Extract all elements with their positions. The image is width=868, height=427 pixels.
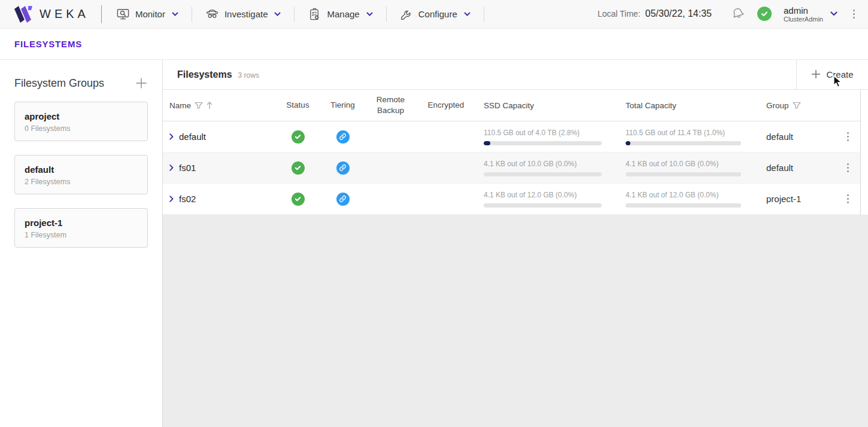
filesystems-table: Name Status Tiering Remote Backup Encryp… [163,90,860,215]
page-title-band: FILESYSTEMS [0,29,868,60]
user-texts: admin ClusterAdmin [784,5,823,23]
column-label: Total Capacity [626,101,676,110]
notifications-button[interactable] [731,6,745,22]
total-capacity-text: 4.1 KB out of 12.0 GB (0.0%) [626,191,741,199]
group-filesystem-count: 0 Filesystems [25,124,138,133]
row-actions-cell [835,161,860,175]
filter-icon[interactable] [793,102,801,109]
group-cell: default [760,163,835,173]
chevron-down-icon [366,12,373,16]
group-card-aproject[interactable]: aproject 0 Filesystems [14,102,148,141]
column-header-name[interactable]: Name [163,101,275,110]
nav-item-label: Investigate [224,9,268,19]
filter-icon[interactable] [195,102,203,109]
group-filesystem-count: 1 Filesystem [25,231,138,239]
total-capacity-cell: 4.1 KB out of 10.0 GB (0.0%) [620,160,760,176]
column-label: Status [286,100,309,109]
column-label: Name [169,101,191,110]
column-header-tiering[interactable]: Tiering [320,100,365,111]
total-capacity-bar [626,172,741,176]
column-header-encrypted[interactable]: Encrypted [416,100,476,111]
status-cell [275,193,320,206]
nav-item-monitor[interactable]: Monitor [114,7,181,21]
row-menu-button[interactable] [843,130,852,144]
bell-icon [731,6,745,22]
nav-divider [294,7,295,22]
overflow-menu-button[interactable] [849,7,858,21]
ssd-capacity-cell: 110.5 GB out of 4.0 TB (2.8%) [476,129,620,145]
panel-title: Filesystems [177,69,232,80]
column-header-total-capacity[interactable]: Total Capacity [620,101,760,110]
tiering-cell [320,161,365,175]
filesystem-name-cell[interactable]: fs01 [163,163,275,173]
sidebar-header: Filesystem Groups [0,60,162,102]
row-menu-button[interactable] [843,192,852,206]
filesystem-name-cell[interactable]: fs02 [163,194,275,204]
group-filesystem-count: 2 Filesystems [25,178,138,186]
table-row-fs01[interactable]: fs01 [163,152,860,184]
expand-row-icon[interactable] [169,133,174,140]
user-menu[interactable]: admin ClusterAdmin [784,5,837,23]
add-group-button[interactable] [135,77,148,90]
status-ok-icon [292,193,305,206]
column-header-remote-backup[interactable]: Remote Backup [365,94,416,115]
monitor-icon [116,7,130,21]
filesystem-name: fs01 [179,163,196,173]
ssd-capacity-cell: 4.1 KB out of 12.0 GB (0.0%) [476,191,620,208]
group-card-default[interactable]: default 2 Filesystems [14,155,148,194]
total-capacity-text: 110.5 GB out of 11.4 TB (1.0%) [626,129,741,137]
row-actions-cell [835,192,860,206]
create-filesystem-button[interactable]: Create [796,60,868,90]
status-cell [275,161,320,175]
sidebar-title: Filesystem Groups [14,77,104,90]
weka-logo[interactable]: WEKA [14,6,89,23]
nav-divider [192,7,192,22]
nav-left: WEKA Monitor [14,0,495,28]
nav-right: Local Time: 05/30/22, 14:35 [597,5,858,23]
column-label: Remote Backup [377,95,405,115]
expand-row-icon[interactable] [169,196,174,202]
sort-ascending-icon[interactable] [207,101,213,109]
group-card-project-1[interactable]: project-1 1 Filesystem [14,208,148,248]
nav-divider [484,7,484,22]
local-time-value: 05/30/22, 14:35 [645,8,712,19]
chevron-down-icon [274,12,281,16]
weka-logo-icon [14,6,34,23]
nav-item-configure[interactable]: Configure [397,8,473,21]
nav-item-investigate[interactable]: Investigate [203,7,284,21]
ssd-capacity-text: 4.1 KB out of 10.0 GB (0.0%) [484,160,602,168]
nav-item-label: Manage [327,9,359,19]
group-name: default [25,164,138,175]
create-button-label: Create [826,69,853,80]
panel-header: Filesystems 3 rows Create [163,60,868,90]
column-header-status[interactable]: Status [275,100,320,111]
filesystem-name: fs02 [179,194,196,204]
tiering-cell [320,130,365,144]
table-empty-area [163,215,868,427]
column-header-ssd-capacity[interactable]: SSD Capacity [476,101,620,110]
filesystem-groups-sidebar: Filesystem Groups aproject 0 Filesystems… [0,60,163,427]
column-header-group[interactable]: Group [760,101,835,110]
column-label: Encrypted [428,100,465,109]
filesystem-name-cell[interactable]: default [163,132,275,142]
table-header-row: Name Status Tiering Remote Backup Encryp… [163,90,860,121]
row-actions-cell [835,130,860,144]
column-label: Tiering [330,100,355,109]
table-scrollbar-track[interactable] [860,90,868,215]
table-row-fs02[interactable]: fs02 [163,184,860,215]
expand-row-icon[interactable] [169,164,174,171]
content: Filesystem Groups aproject 0 Filesystems… [0,60,868,427]
table-row-default[interactable]: default [163,121,860,152]
row-menu-button[interactable] [843,161,852,175]
total-capacity-cell: 4.1 KB out of 12.0 GB (0.0%) [620,191,760,208]
nav-item-label: Monitor [135,9,165,19]
clipboard-gear-icon [308,7,321,21]
tiering-link-icon [336,161,350,175]
top-navigation: WEKA Monitor [0,0,868,29]
nav-item-manage[interactable]: Manage [305,7,375,21]
panel-title-wrap: Filesystems 3 rows [163,69,259,80]
group-name: project-1 [25,218,138,228]
detective-icon [205,7,219,21]
cluster-health-badge[interactable] [757,7,772,21]
total-capacity-bar [626,203,741,208]
